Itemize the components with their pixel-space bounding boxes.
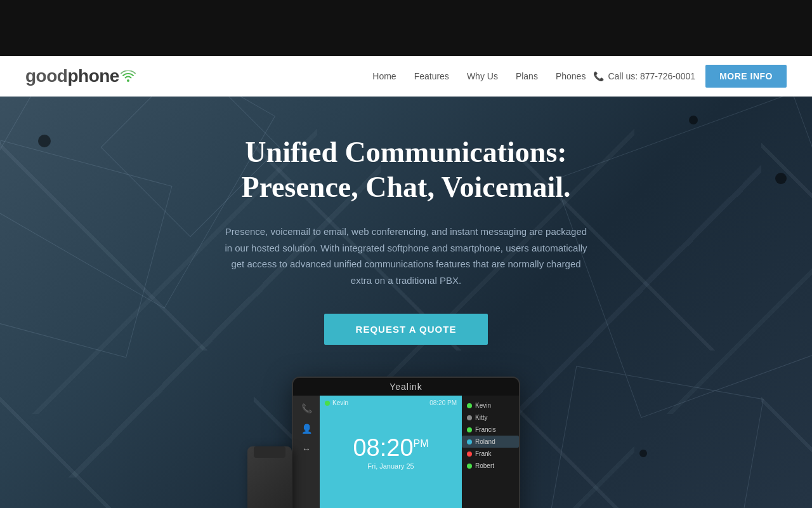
contact-row-frank: Frank [462, 448, 519, 460]
nav-plans[interactable]: Plans [516, 70, 538, 82]
nav-links: Home Features Why Us Plans Phones [372, 70, 586, 82]
contact-roland: Roland [475, 438, 495, 445]
time-suffix: PM [414, 439, 429, 450]
request-quote-button[interactable]: REQUEST A QUOTE [324, 314, 488, 345]
contact-row-kitty: Kitty [462, 411, 519, 424]
hero-section: Unified Communications: Presence, Chat, … [0, 97, 812, 508]
presence-dot-francis [467, 427, 472, 432]
nav-call[interactable]: 📞 Call us: 877-726-0001 [593, 71, 695, 81]
yealink-screen: 📞 👤 ↔ Kevin 08:20 PM [293, 396, 519, 508]
presence-dot-kitty [467, 415, 472, 420]
signal-icon [121, 69, 136, 86]
presence-dot-frank [467, 451, 472, 457]
presence-dot-roland [467, 439, 472, 444]
nav-phones[interactable]: Phones [556, 70, 586, 82]
logo[interactable]: goodphone [25, 66, 136, 86]
presence-dot [325, 401, 330, 406]
screen-time-large: 08:20PM [353, 436, 428, 460]
screen-time-small: 08:20 PM [429, 399, 457, 406]
transfer-icon: ↔ [302, 444, 311, 454]
contact-row-kevin: Kevin [462, 399, 519, 411]
yealink-device: Yealink 📞 👤 ↔ Kevin [292, 377, 520, 508]
phone-handset [247, 441, 298, 508]
call-icon: 📞 [301, 403, 312, 413]
screen-main-display: Kevin 08:20 PM 08:20PM Fri, January 25 [320, 396, 462, 508]
hero-title: Unified Communications: Presence, Chat, … [241, 135, 570, 204]
presence-dot-kevin [467, 403, 472, 408]
nav-home[interactable]: Home [372, 70, 396, 82]
time-value: 08:20 [353, 434, 413, 461]
hero-title-line1: Unified Communications: [245, 136, 566, 168]
hero-title-line2: Presence, Chat, Voicemail. [241, 171, 570, 203]
contacts-icon: 👤 [301, 424, 312, 434]
screen-contacts-panel: Kevin Kitty Francis Roland [462, 396, 519, 508]
caller-indicator: Kevin [325, 399, 348, 406]
logo-good-text: good [25, 66, 67, 86]
contact-robert: Robert [475, 462, 494, 469]
yealink-brand-header: Yealink [293, 378, 519, 396]
logo-phone-text: phone [67, 66, 119, 86]
yealink-brand-name: Yealink [390, 382, 422, 392]
phone-mockup: Yealink 📞 👤 ↔ Kevin [285, 377, 527, 508]
phone-icon: 📞 [593, 71, 604, 81]
nav-features[interactable]: Features [414, 70, 449, 82]
contact-kevin: Kevin [475, 402, 491, 409]
call-label: Call us: 877-726-0001 [608, 71, 695, 81]
contact-row-francis: Francis [462, 424, 519, 436]
contact-francis: Francis [475, 426, 496, 433]
top-black-bar [0, 0, 812, 56]
navbar: goodphone Home Features Why Us Plans Pho… [0, 56, 812, 97]
hero-content: Unified Communications: Presence, Chat, … [0, 97, 812, 508]
screen-date: Fri, January 25 [367, 462, 414, 470]
more-info-button[interactable]: MORE INFO [705, 65, 787, 88]
nav-why-us[interactable]: Why Us [467, 70, 498, 82]
contact-kitty: Kitty [475, 414, 487, 421]
contact-frank: Frank [475, 450, 492, 457]
contact-row-robert: Robert [462, 460, 519, 472]
contact-row-roland: Roland [462, 436, 519, 448]
caller-name: Kevin [332, 399, 348, 406]
handset-body [247, 446, 292, 508]
handset-top [254, 446, 285, 458]
hero-description: Presence, voicemail to email, web confer… [222, 224, 590, 288]
presence-dot-robert [467, 464, 472, 469]
